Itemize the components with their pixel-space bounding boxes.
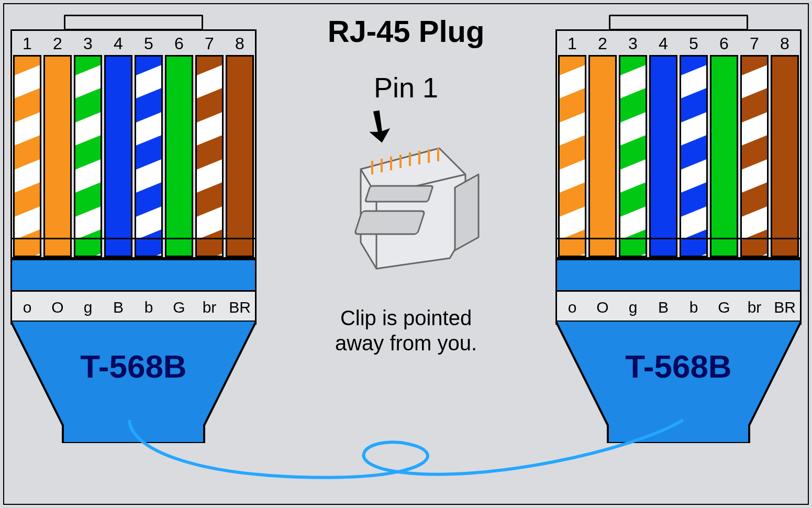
- pin-number: 4: [103, 34, 134, 55]
- wire-abbr: G: [709, 292, 739, 323]
- connector-right: 12345678 oOgBbGbrBR T-568B: [555, 8, 802, 443]
- wire-white-brown: [195, 55, 224, 257]
- wire-orange: [43, 55, 72, 257]
- pin-number: 7: [739, 34, 770, 55]
- pin-number: 7: [194, 34, 225, 55]
- wires: [12, 55, 255, 257]
- wire-white-blue: [135, 55, 163, 257]
- pin-number: 3: [73, 34, 103, 55]
- wire-abbr: O: [42, 292, 73, 323]
- wire-blue: [649, 55, 677, 257]
- wire-abbreviations: oOgBbGbrBR: [10, 290, 257, 325]
- wire-white-blue: [680, 55, 708, 257]
- wire-abbr: b: [678, 292, 709, 323]
- patch-cable: [4, 415, 808, 504]
- body-divider: [557, 238, 800, 239]
- connector-left: 12345678 oOgBbGbrBR T-568B: [10, 8, 257, 443]
- pin-number: 5: [134, 34, 164, 55]
- plug-tab: [609, 15, 748, 30]
- pin-numbers: 12345678: [12, 34, 255, 55]
- pin-number: 6: [709, 34, 739, 55]
- wire-green: [165, 55, 193, 257]
- pin-number: 8: [225, 34, 255, 55]
- wires: [557, 55, 800, 257]
- boot-collar: [555, 259, 802, 292]
- standard-label: T-568B: [10, 348, 257, 385]
- pin-number: 1: [12, 34, 42, 55]
- clip-note-l2: away from you.: [335, 332, 477, 355]
- svg-rect-1: [365, 186, 433, 202]
- wire-abbr: B: [103, 292, 134, 323]
- wire-white-green: [74, 55, 102, 257]
- wire-abbr: B: [648, 292, 678, 323]
- pin-number: 1: [557, 34, 587, 55]
- pin-numbers: 12345678: [557, 34, 800, 55]
- wire-abbr: g: [73, 292, 103, 323]
- pin-number: 2: [42, 34, 73, 55]
- clip-note-l1: Clip is pointed: [340, 306, 472, 329]
- pin-number: 4: [648, 34, 678, 55]
- svg-marker-3: [455, 174, 479, 250]
- wire-brown: [771, 55, 799, 257]
- wire-orange: [588, 55, 617, 257]
- wire-abbr: o: [557, 292, 587, 323]
- rj45-plug-illustration: [345, 138, 481, 279]
- wire-abbr: G: [164, 292, 194, 323]
- wire-abbr: o: [12, 292, 42, 323]
- boot-collar: [10, 259, 257, 292]
- pin-number: 6: [164, 34, 194, 55]
- standard-label: T-568B: [555, 348, 802, 385]
- wire-white-brown: [740, 55, 769, 257]
- body-divider: [12, 238, 255, 239]
- wire-abbr: BR: [225, 292, 255, 323]
- plug-body: 12345678: [10, 29, 257, 259]
- pin-number: 5: [678, 34, 709, 55]
- wire-brown: [226, 55, 254, 257]
- wire-blue: [104, 55, 132, 257]
- diagram-frame: RJ-45 Plug Pin 1 ➘ Clip is pointed away …: [3, 3, 809, 505]
- wire-white-orange: [13, 55, 41, 257]
- wire-white-orange: [558, 55, 586, 257]
- pin-number: 8: [770, 34, 800, 55]
- wire-green: [710, 55, 738, 257]
- wire-abbr: b: [134, 292, 164, 323]
- pin-number: 3: [618, 34, 648, 55]
- wire-abbr: g: [618, 292, 648, 323]
- wire-abbr: BR: [770, 292, 800, 323]
- svg-rect-2: [354, 211, 425, 234]
- wire-abbr: br: [739, 292, 770, 323]
- wire-white-green: [619, 55, 647, 257]
- pin-number: 2: [587, 34, 618, 55]
- wire-abbreviations: oOgBbGbrBR: [555, 290, 802, 325]
- plug-tab: [64, 15, 203, 30]
- wire-abbr: br: [194, 292, 225, 323]
- plug-body: 12345678: [555, 29, 802, 259]
- wire-abbr: O: [587, 292, 618, 323]
